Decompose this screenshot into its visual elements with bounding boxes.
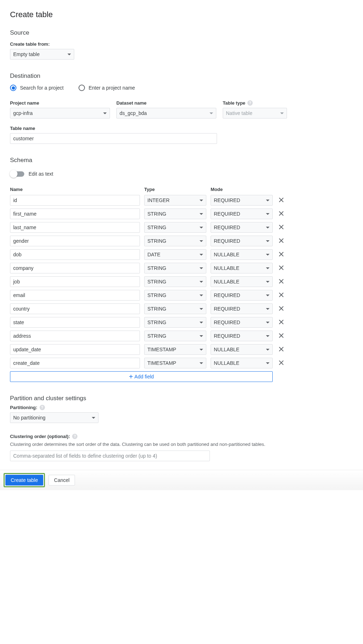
close-icon	[278, 224, 284, 231]
field-type-value: STRING	[147, 279, 166, 285]
field-type-select[interactable]: STRING	[144, 331, 206, 341]
remove-field-button[interactable]	[277, 196, 286, 205]
close-icon	[278, 332, 284, 340]
help-icon[interactable]: ?	[40, 405, 45, 410]
remove-field-button[interactable]	[277, 223, 286, 232]
field-name-value: country	[13, 306, 30, 312]
field-name-input[interactable]: update_date	[10, 344, 140, 355]
add-field-button[interactable]: + Add field	[10, 371, 273, 382]
remove-field-button[interactable]	[277, 264, 286, 272]
field-mode-value: REQUIRED	[214, 238, 240, 244]
field-name-input[interactable]: state	[10, 317, 140, 328]
remove-field-button[interactable]	[277, 210, 286, 218]
field-name-input[interactable]: job	[10, 276, 140, 287]
field-mode-select[interactable]: REQUIRED	[211, 303, 273, 314]
clustering-input[interactable]: Comma-separated list of fields to define…	[10, 451, 210, 461]
project-name-select[interactable]: gcp-infra	[10, 108, 110, 119]
close-icon	[278, 237, 284, 245]
field-mode-value: REQUIRED	[214, 211, 240, 217]
field-mode-select[interactable]: NULLABLE	[211, 249, 273, 260]
field-mode-select[interactable]: NULLABLE	[211, 263, 273, 273]
field-mode-select[interactable]: NULLABLE	[211, 344, 273, 355]
field-type-value: STRING	[147, 238, 166, 244]
field-name-input[interactable]: country	[10, 303, 140, 314]
field-mode-select[interactable]: NULLABLE	[211, 358, 273, 368]
field-type-select[interactable]: STRING	[144, 236, 206, 246]
table-type-select[interactable]: Native table	[223, 108, 287, 119]
remove-field-button[interactable]	[277, 277, 286, 286]
field-type-select[interactable]: STRING	[144, 276, 206, 287]
chevron-down-icon	[103, 112, 107, 114]
chevron-down-icon	[200, 281, 203, 283]
field-name-value: company	[13, 265, 34, 271]
field-type-select[interactable]: STRING	[144, 208, 206, 219]
field-mode-value: REQUIRED	[214, 225, 240, 230]
field-mode-select[interactable]: REQUIRED	[211, 317, 273, 328]
chevron-down-icon	[200, 335, 203, 337]
field-name-input[interactable]: last_name	[10, 222, 140, 233]
partitioning-select[interactable]: No partitioning	[10, 412, 99, 423]
close-icon	[278, 197, 284, 204]
edit-as-text-toggle[interactable]	[10, 171, 24, 177]
schema-section: Schema Edit as text Name Type Mode idINT…	[10, 157, 353, 382]
field-mode-select[interactable]: REQUIRED	[211, 222, 273, 233]
dataset-name-select[interactable]: ds_gcp_bda	[116, 108, 216, 119]
schema-section-title: Schema	[10, 157, 353, 164]
dataset-name-value: ds_gcp_bda	[120, 110, 147, 116]
table-name-value: customer	[13, 136, 34, 141]
schema-row: companySTRINGNULLABLE	[10, 263, 353, 273]
field-type-select[interactable]: TIMESTAMP	[144, 358, 206, 368]
field-type-select[interactable]: STRING	[144, 290, 206, 301]
table-name-input[interactable]: customer	[10, 133, 217, 144]
field-name-value: job	[13, 279, 20, 285]
field-type-select[interactable]: DATE	[144, 249, 206, 260]
field-type-select[interactable]: STRING	[144, 317, 206, 328]
field-mode-select[interactable]: REQUIRED	[211, 208, 273, 219]
chevron-down-icon	[200, 349, 203, 351]
remove-field-button[interactable]	[277, 318, 286, 327]
remove-field-button[interactable]	[277, 291, 286, 300]
field-type-select[interactable]: STRING	[144, 303, 206, 314]
cancel-button[interactable]: Cancel	[49, 475, 75, 485]
field-type-select[interactable]: INTEGER	[144, 195, 206, 206]
field-name-input[interactable]: gender	[10, 236, 140, 246]
field-name-input[interactable]: company	[10, 263, 140, 273]
field-type-select[interactable]: TIMESTAMP	[144, 344, 206, 355]
field-mode-select[interactable]: NULLABLE	[211, 276, 273, 287]
field-name-input[interactable]: dob	[10, 249, 140, 260]
field-name-input[interactable]: create_date	[10, 358, 140, 368]
radio-search-project[interactable]: Search for a project	[10, 85, 64, 91]
field-name-input[interactable]: first_name	[10, 208, 140, 219]
field-name-value: dob	[13, 252, 21, 257]
create-table-button[interactable]: Create table	[5, 475, 43, 485]
remove-field-button[interactable]	[277, 332, 286, 340]
field-name-input[interactable]: id	[10, 195, 140, 206]
partitioning-label: Partitioning: ?	[10, 405, 353, 410]
table-type-label: Table type ?	[223, 100, 287, 106]
field-mode-select[interactable]: REQUIRED	[211, 331, 273, 341]
schema-row: last_nameSTRINGREQUIRED	[10, 222, 353, 233]
field-mode-select[interactable]: REQUIRED	[211, 290, 273, 301]
remove-field-button[interactable]	[277, 359, 286, 367]
create-from-select[interactable]: Empty table	[10, 49, 74, 60]
field-name-input[interactable]: email	[10, 290, 140, 301]
radio-enter-project[interactable]: Enter a project name	[79, 85, 135, 91]
help-icon[interactable]: ?	[247, 100, 253, 106]
remove-field-button[interactable]	[277, 305, 286, 313]
field-type-select[interactable]: STRING	[144, 222, 206, 233]
field-mode-select[interactable]: REQUIRED	[211, 195, 273, 206]
create-from-label: Create table from:	[10, 41, 74, 47]
chevron-down-icon	[266, 254, 269, 256]
field-type-select[interactable]: STRING	[144, 263, 206, 273]
remove-field-button[interactable]	[277, 345, 286, 354]
remove-field-button[interactable]	[277, 237, 286, 245]
close-icon	[278, 251, 284, 258]
chevron-down-icon	[266, 308, 269, 310]
field-mode-select[interactable]: REQUIRED	[211, 236, 273, 246]
help-icon[interactable]: ?	[72, 434, 77, 439]
chevron-down-icon	[266, 335, 269, 337]
field-name-input[interactable]: address	[10, 331, 140, 341]
chevron-down-icon	[266, 281, 269, 283]
source-section-title: Source	[10, 29, 353, 36]
remove-field-button[interactable]	[277, 250, 286, 259]
